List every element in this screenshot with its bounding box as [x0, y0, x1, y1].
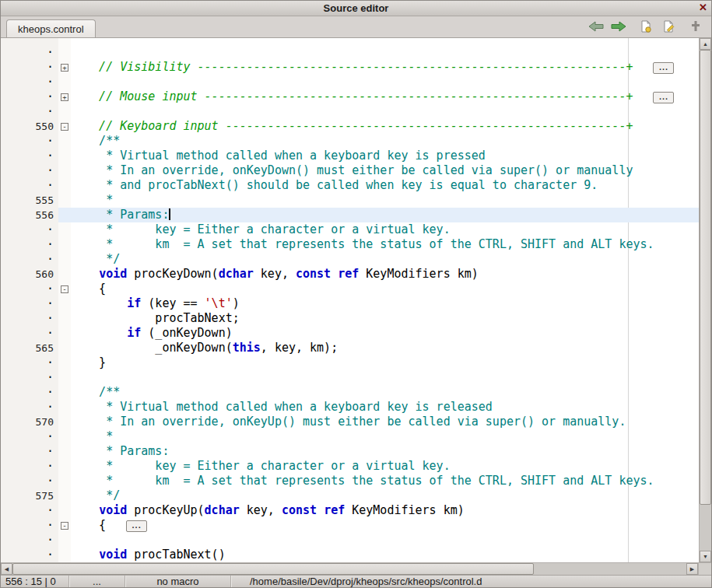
fold-column[interactable]: + [58, 60, 71, 75]
editor-line[interactable]: 555 * [1, 193, 699, 208]
status-bar: 556 : 15 | 0 ... no macro /home/basile/D… [1, 575, 711, 587]
editor-line[interactable]: · procTabNext; [1, 311, 699, 326]
folded-ellipsis-box[interactable]: ... [653, 92, 674, 103]
editor-line[interactable]: · * and procTabNext() should be called w… [1, 178, 699, 193]
editor-line[interactable]: ·+ // Mouse input ----------------------… [1, 89, 699, 104]
editor-line[interactable]: ·- { [1, 282, 699, 296]
code-editor[interactable]: ··+ // Visibility ----------------------… [1, 38, 699, 562]
vertical-scroll-thumb[interactable] [700, 50, 711, 505]
go-back-button[interactable] [588, 19, 604, 33]
editor-line[interactable]: · * key = Either a character or a virtua… [1, 222, 699, 237]
line-number: 575 [1, 488, 58, 503]
editor-line[interactable]: · [1, 533, 699, 548]
line-number: · [1, 326, 58, 341]
line-number: · [1, 252, 58, 267]
fold-collapse-icon[interactable]: - [61, 522, 68, 530]
fold-column [58, 75, 71, 89]
editor-line[interactable]: 560 void procKeyDown(dchar key, const re… [1, 267, 699, 282]
editor-line[interactable]: · [1, 75, 699, 89]
line-number: · [1, 237, 58, 252]
scroll-up-icon[interactable]: ▲ [700, 38, 711, 50]
line-number: · [1, 548, 58, 562]
line-number: 556 [1, 208, 58, 222]
fold-expand-icon[interactable]: + [61, 93, 68, 101]
editor-line[interactable]: · * key = Either a character or a virtua… [1, 459, 699, 474]
new-document-button[interactable] [638, 19, 654, 33]
fold-column[interactable]: + [58, 89, 71, 104]
editor-line[interactable]: · * [1, 429, 699, 444]
line-number: 570 [1, 415, 58, 429]
horizontal-scrollbar[interactable]: ◀ ▶ [1, 562, 711, 575]
editor-line[interactable]: · [1, 370, 699, 385]
editor-line[interactable]: 565 _onKeyDown(this, key, km); [1, 341, 699, 355]
go-forward-button[interactable] [611, 19, 626, 33]
code-text: * In an override, onKeyUp() must either … [71, 415, 699, 429]
line-number: · [1, 75, 58, 89]
code-text: /** [71, 134, 699, 149]
fold-column [58, 400, 71, 415]
detach-icon [690, 20, 701, 33]
code-text: } [71, 355, 699, 370]
fold-column[interactable]: - [58, 119, 71, 134]
editor-line[interactable]: ·- {... [1, 518, 699, 533]
editor-line[interactable]: 550- // Keyboard input -----------------… [1, 119, 699, 134]
editor-line[interactable]: · } [1, 355, 699, 370]
horizontal-scroll-trough[interactable] [534, 563, 686, 575]
editor-line[interactable]: 575 */ [1, 488, 699, 503]
code-text: {... [71, 518, 699, 533]
fold-expand-icon[interactable]: + [61, 64, 68, 72]
line-number: · [1, 222, 58, 237]
editor-line[interactable]: 570 * In an override, onKeyUp() must eit… [1, 415, 699, 429]
scroll-right-icon[interactable]: ▶ [686, 563, 698, 575]
editor-line[interactable]: · /** [1, 134, 699, 149]
editor-line[interactable]: · * km = A set that represents the statu… [1, 237, 699, 252]
fold-collapse-icon[interactable]: - [61, 285, 68, 293]
folded-ellipsis-box[interactable]: ... [653, 62, 674, 74]
titlebar[interactable]: Source editor ✕ [1, 1, 711, 16]
fold-column [58, 311, 71, 326]
editor-line[interactable]: · /** [1, 385, 699, 400]
line-number: · [1, 60, 58, 75]
editor-line[interactable]: · * In an override, onKeyDown() must eit… [1, 163, 699, 178]
tab-kheops-control[interactable]: kheops.control [6, 19, 96, 37]
editor-line[interactable]: · */ [1, 252, 699, 267]
save-document-button[interactable] [661, 19, 676, 33]
tab-toolbar [588, 19, 703, 33]
editor-line[interactable]: · void procTabNext() [1, 548, 699, 562]
editor-line[interactable]: · void procKeyUp(dchar key, const ref Ke… [1, 503, 699, 518]
editor-line[interactable]: · * Virtual method called when a keyboar… [1, 400, 699, 415]
editor-line[interactable]: · * Virtual method called when a keyboar… [1, 149, 699, 163]
fold-column[interactable]: - [58, 282, 71, 296]
editor-line[interactable]: · [1, 104, 699, 119]
detach-window-button[interactable] [688, 19, 703, 33]
editor-line[interactable]: · if (_onKeyDown) [1, 326, 699, 341]
fold-column [58, 459, 71, 474]
scroll-down-icon[interactable]: ▼ [700, 551, 711, 562]
horizontal-scroll-thumb[interactable] [12, 563, 534, 575]
editor-line[interactable]: ·+ // Visibility -----------------------… [1, 60, 699, 75]
fold-column[interactable]: - [58, 518, 71, 533]
line-number: · [1, 518, 58, 533]
arrow-left-icon [588, 21, 604, 32]
editor-line[interactable]: · * km = A set that represents the statu… [1, 474, 699, 488]
editor-line[interactable]: · if (key == '\t') [1, 296, 699, 311]
fold-collapse-icon[interactable]: - [61, 123, 68, 131]
line-number: · [1, 503, 58, 518]
close-icon[interactable]: ✕ [699, 2, 707, 13]
code-text: * Params: [71, 444, 699, 459]
vertical-scroll-trough[interactable] [700, 505, 711, 551]
folded-ellipsis-box[interactable]: ... [126, 520, 147, 532]
editor-line[interactable]: · [1, 45, 699, 60]
code-text: * [71, 193, 699, 208]
vertical-scrollbar[interactable]: ▲ ▼ [699, 38, 711, 562]
line-number: · [1, 163, 58, 178]
line-number: · [1, 178, 58, 193]
line-number: · [1, 385, 58, 400]
editor-line[interactable]: · * Params: [1, 444, 699, 459]
editor-line-current[interactable]: 556 * Params: [1, 208, 699, 222]
editor-area: ··+ // Visibility ----------------------… [1, 37, 711, 562]
code-text: * Params: [71, 208, 699, 222]
fold-column [58, 533, 71, 548]
scroll-left-icon[interactable]: ◀ [1, 563, 12, 575]
fold-column [58, 503, 71, 518]
